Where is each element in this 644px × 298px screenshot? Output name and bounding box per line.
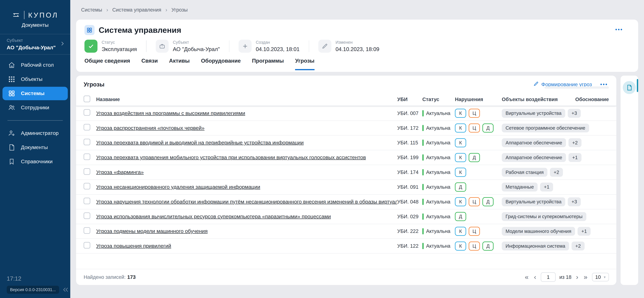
page-size-select[interactable]: 10 ▾ — [592, 273, 609, 281]
status-indicator — [422, 169, 424, 175]
prev-page-button[interactable]: ‹ — [533, 274, 537, 281]
table-row[interactable]: Угроза перехвата вводимой и выводимой на… — [76, 135, 616, 150]
documents-panel-button[interactable] — [623, 81, 636, 94]
objects-cell: Сетевое программное обеспечение — [502, 124, 584, 133]
row-checkbox[interactable] — [84, 183, 90, 189]
table-row[interactable]: Угроза нарушения технологии обработки ин… — [76, 195, 616, 209]
horizontal-scrollbar[interactable] — [544, 86, 609, 88]
tab-Общие сведения[interactable]: Общие сведения — [84, 58, 130, 70]
column-header-ubi: УБИ — [397, 97, 422, 102]
violations-cell: КЦ — [455, 227, 502, 236]
threat-name-link[interactable]: Угроза несанкционированного удаления защ… — [96, 184, 397, 190]
sidebar-item-label: Сотрудники — [21, 105, 49, 111]
row-checkbox[interactable] — [84, 198, 90, 204]
meta-label: Субъект — [173, 40, 220, 45]
sidebar-item-doc[interactable]: Документы — [2, 141, 68, 154]
sidebar-item-home[interactable]: Рабочий стол — [2, 58, 68, 72]
sidebar-item-grid9[interactable]: Объекты — [2, 72, 68, 86]
table-row[interactable]: Угроза повышения привилегийУБИ. 122Актуа… — [76, 239, 616, 254]
violation-badge: Ц — [469, 197, 480, 206]
threat-name-link[interactable]: Угроза воздействия на программы с высоки… — [96, 110, 397, 116]
threat-name-link[interactable]: Угроза перехвата вводимой и выводимой на… — [96, 140, 397, 146]
object-chip: Аппаратное обеспечение — [502, 153, 566, 162]
objects-cell: Модели машинного обучения+1 — [502, 227, 584, 236]
sidebar-item-people[interactable]: Сотрудники — [2, 101, 68, 114]
row-checkbox[interactable] — [84, 168, 90, 175]
table-body: Угроза воздействия на программы с высоки… — [76, 106, 616, 254]
violation-badge: К — [455, 168, 466, 177]
ubi-cell: УБИ. 115 — [397, 140, 422, 146]
last-page-button[interactable]: » — [583, 274, 588, 281]
table-row[interactable]: Угроза подмены модели машинного обучения… — [76, 224, 616, 239]
breadcrumb-item[interactable]: Угрозы — [172, 7, 188, 13]
row-checkbox[interactable] — [84, 109, 90, 116]
sidebar-menu: Рабочий столОбъектыСистемыСотрудники Адм… — [0, 54, 70, 169]
threat-name-link[interactable]: Угроза подмены модели машинного обучения — [96, 228, 397, 234]
header-more-button[interactable]: ••• — [614, 26, 624, 33]
threat-name-link[interactable]: Угроза перехвата управления мобильного у… — [96, 154, 397, 160]
meta-value: Эксплуатация — [102, 46, 137, 52]
threats-panel: Угрозы Формирование угроз ••• — [76, 76, 616, 285]
violation-badge: Д — [469, 153, 480, 162]
table-row[interactable]: Угроза перехвата управления мобильного у… — [76, 150, 616, 165]
row-checkbox[interactable] — [84, 227, 90, 234]
tab-Программы[interactable]: Программы — [252, 58, 284, 70]
sidebar-footer: 17:12 Версия 0.0.0-2310031... — [0, 275, 70, 298]
threat-name-link[interactable]: Угроза использования вычислительных ресу… — [96, 214, 397, 220]
column-header-violations: Нарушения — [455, 97, 502, 102]
row-checkbox[interactable] — [84, 212, 90, 219]
system-meta: СтатусЭксплуатацияСубъектАО "Добыча-Урал… — [76, 35, 638, 53]
tab-Активы[interactable]: Активы — [169, 58, 190, 70]
sidebar-item-bookmark[interactable]: Справочники — [2, 155, 68, 168]
object-chip: Модели машинного обучения — [502, 227, 575, 236]
collapse-sidebar-icon[interactable] — [62, 287, 69, 293]
sidebar-item-admin[interactable]: Администратор — [2, 127, 68, 140]
breadcrumb-item[interactable]: Системы — [81, 7, 102, 13]
sidebar-item-grid4[interactable]: Системы — [2, 87, 68, 100]
breadcrumb-item[interactable]: Система управления — [112, 7, 161, 13]
table-row[interactable]: Угроза «фарминга»УБИ. 174АктуальнаКРабоч… — [76, 165, 616, 180]
meta-value: 04.10.2023, 18:01 — [256, 46, 300, 52]
first-page-button[interactable]: « — [524, 274, 530, 281]
tab-Угрозы[interactable]: Угрозы — [295, 58, 314, 70]
app-root: КУПОЛ Документы Субъект АО "Добыча-Урал"… — [0, 0, 644, 298]
meta-divider — [309, 40, 309, 52]
table-row[interactable]: Угроза воздействия на программы с высоки… — [76, 106, 616, 121]
breadcrumb-separator: › — [106, 7, 108, 13]
sidebar-divider — [8, 120, 63, 121]
tab-Оборудование[interactable]: Оборудование — [201, 58, 241, 70]
row-checkbox[interactable] — [84, 242, 90, 249]
object-chip: Рабочая станция — [502, 168, 548, 177]
status-label: Актуальна — [426, 125, 450, 131]
column-header-justification: Обоснование — [584, 97, 609, 102]
threat-name-link[interactable]: Угроза нарушения технологии обработки ин… — [96, 199, 397, 205]
status-cell: Актуальна — [422, 110, 455, 116]
meta-item-check: СтатусЭксплуатация — [84, 40, 137, 53]
status-indicator — [422, 228, 424, 235]
panel-title: Угрозы — [84, 81, 104, 88]
page-number-input[interactable] — [541, 273, 556, 282]
ubi-cell: УБИ. 199 — [397, 155, 422, 160]
meta-item-briefcase: СубъектАО "Добыча-Урал" — [156, 40, 220, 53]
row-checkbox[interactable] — [84, 153, 90, 160]
threat-name-link[interactable]: Угроза повышения привилегий — [96, 243, 397, 249]
select-all-checkbox[interactable] — [84, 95, 90, 102]
tab-Связи[interactable]: Связи — [142, 58, 158, 70]
logo-divider — [24, 11, 24, 19]
table-row[interactable]: Угроза распространения «почтовых червей»… — [76, 121, 616, 136]
next-page-button[interactable]: › — [575, 274, 579, 281]
status-cell: Актуальна — [422, 140, 455, 146]
row-checkbox[interactable] — [84, 124, 90, 130]
object-extra-chip: +1 — [540, 183, 553, 192]
briefcase-icon — [156, 40, 169, 53]
table-row[interactable]: Угроза использования вычислительных ресу… — [76, 209, 616, 224]
threat-name-link[interactable]: Угроза «фарминга» — [96, 169, 397, 175]
table-row[interactable]: Угроза несанкционированного удаления защ… — [76, 180, 616, 195]
status-label: Актуальна — [426, 199, 450, 205]
objects-cell: Грид-системы и суперкомпьютеры — [502, 212, 584, 221]
threat-name-link[interactable]: Угроза распространения «почтовых червей» — [96, 125, 397, 131]
meta-divider — [229, 40, 230, 52]
row-checkbox[interactable] — [84, 139, 90, 145]
pencil-icon — [318, 40, 331, 53]
subject-switcher[interactable]: Субъект АО "Добыча-Урал" — [0, 34, 70, 54]
